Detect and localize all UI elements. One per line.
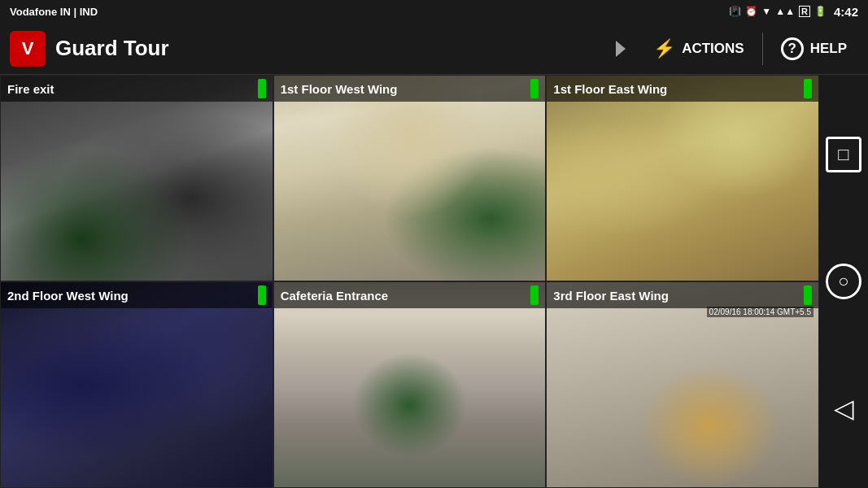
status-dot-3rd-floor-east <box>804 285 812 305</box>
camera-cell-1st-floor-west[interactable]: 1st Floor West Wing <box>273 75 547 281</box>
camera-feed-cafeteria-entrance <box>274 282 546 487</box>
battery-icon: 🔋 <box>814 6 827 17</box>
camera-cell-cafeteria-entrance[interactable]: Cafeteria Entrance <box>273 281 547 488</box>
help-icon: ? <box>781 37 804 60</box>
camera-label-text-1st-floor-east: 1st Floor East Wing <box>553 82 667 96</box>
toolbar-divider <box>762 33 763 65</box>
camera-label-1st-floor-west: 1st Floor West Wing <box>274 76 546 102</box>
camera-label-fire-exit: Fire exit <box>1 76 273 102</box>
status-dot-cafeteria-entrance <box>530 285 539 305</box>
status-dot-2nd-floor-west <box>258 285 266 305</box>
status-dot-fire-exit <box>258 79 266 98</box>
camera-label-3rd-floor-east: 3rd Floor East Wing <box>547 282 818 308</box>
back-button[interactable]: ◁ <box>826 390 861 426</box>
app-title: Guard Tour <box>55 36 616 61</box>
lightning-icon: ⚡ <box>653 38 675 59</box>
camera-label-1st-floor-east: 1st Floor East Wing <box>547 76 818 102</box>
camera-grid: Fire exit1st Floor West Wing1st Floor Ea… <box>0 75 819 488</box>
square-icon: □ <box>838 144 848 165</box>
camera-feed-fire-exit <box>1 76 273 281</box>
camera-cell-1st-floor-east[interactable]: 1st Floor East Wing <box>546 75 819 281</box>
back-icon: ◁ <box>834 393 854 424</box>
chevron-icon <box>616 41 626 57</box>
vibrate-icon: 📳 <box>729 6 741 17</box>
actions-label: ACTIONS <box>682 41 744 57</box>
carrier-text: Vodafone IN | IND <box>10 6 98 18</box>
camera-label-text-cafeteria-entrance: Cafeteria Entrance <box>281 289 389 303</box>
nav-buttons: □ ○ ◁ <box>819 75 868 488</box>
camera-feed-2nd-floor-west <box>1 282 273 487</box>
time-display: 4:42 <box>834 5 858 19</box>
actions-button[interactable]: ⚡ ACTIONS <box>642 33 756 64</box>
signal-icon: ▲▲ <box>775 6 795 17</box>
camera-feed-1st-floor-east <box>547 76 818 281</box>
app-bar: V Guard Tour ⚡ ACTIONS ? HELP <box>0 23 868 75</box>
camera-cell-2nd-floor-west[interactable]: 2nd Floor West Wing <box>0 281 273 488</box>
wifi-icon: ▼ <box>761 6 771 17</box>
status-dot-1st-floor-west <box>530 79 539 98</box>
help-label: HELP <box>810 41 847 57</box>
camera-label-text-fire-exit: Fire exit <box>7 82 55 96</box>
camera-label-cafeteria-entrance: Cafeteria Entrance <box>274 282 546 308</box>
camera-cell-fire-exit[interactable]: Fire exit <box>0 75 273 281</box>
timestamp-3rd-floor-east: 02/09/16 18:00:14 GMT+5.5 <box>707 307 813 317</box>
square-button[interactable]: □ <box>826 137 861 172</box>
status-icons: 📳 ⏰ ▼ ▲▲ R 🔋 4:42 <box>729 5 858 19</box>
camera-label-text-3rd-floor-east: 3rd Floor East Wing <box>553 289 669 303</box>
clock-icon: ⏰ <box>745 6 757 17</box>
status-bar: Vodafone IN | IND 📳 ⏰ ▼ ▲▲ R 🔋 4:42 <box>0 0 868 23</box>
app-logo: V <box>10 31 46 67</box>
camera-label-text-2nd-floor-west: 2nd Floor West Wing <box>7 289 129 303</box>
camera-cell-3rd-floor-east[interactable]: 3rd Floor East Wing02/09/16 18:00:14 GMT… <box>546 281 819 488</box>
circle-icon: ○ <box>838 271 848 292</box>
camera-label-2nd-floor-west: 2nd Floor West Wing <box>1 282 273 308</box>
circle-button[interactable]: ○ <box>826 264 861 299</box>
help-button[interactable]: ? HELP <box>770 33 858 65</box>
status-dot-1st-floor-east <box>804 79 812 98</box>
roaming-icon: R <box>799 6 810 17</box>
camera-feed-1st-floor-west <box>274 76 546 281</box>
camera-label-text-1st-floor-west: 1st Floor West Wing <box>281 82 398 96</box>
